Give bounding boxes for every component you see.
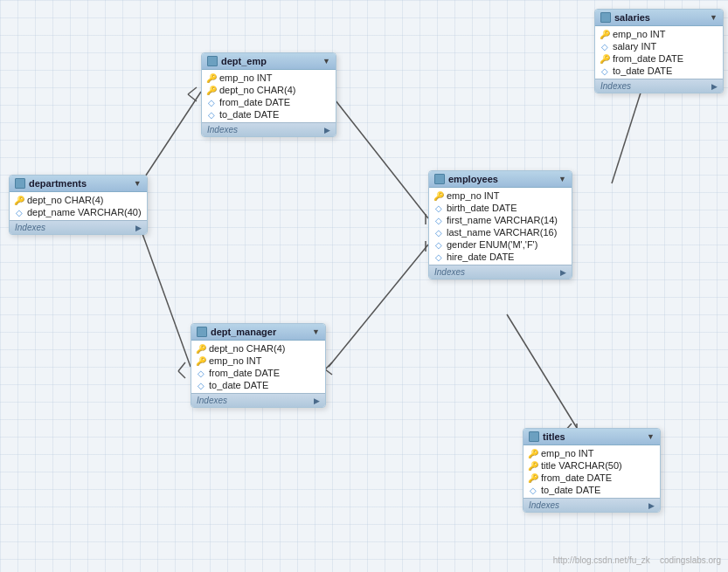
table-row: ◇ salary INT [595, 40, 723, 52]
diamond-icon: ◇ [197, 381, 205, 389]
dept-manager-header: dept_manager ▼ [191, 324, 325, 341]
field-label: gender ENUM('M','F') [447, 239, 537, 250]
table-row: ◇ last_name VARCHAR(16) [429, 226, 572, 238]
field-label: dept_no CHAR(4) [219, 85, 295, 95]
table-row: ◇ hire_date DATE [429, 251, 572, 263]
dept-emp-indexes[interactable]: Indexes ▶ [202, 122, 336, 136]
key-icon: 🔑 [600, 54, 609, 63]
diamond-icon: ◇ [207, 110, 216, 119]
indexes-expand-icon: ▶ [648, 501, 655, 510]
svg-line-2 [188, 94, 197, 101]
table-row: ◇ to_date DATE [595, 65, 723, 77]
field-label: to_date DATE [613, 65, 672, 76]
diamond-icon: ◇ [434, 252, 443, 261]
dept-manager-table[interactable]: dept_manager ▼ 🔑 dept_no CHAR(4) 🔑 emp_n… [191, 323, 326, 408]
field-label: title VARCHAR(50) [541, 460, 622, 471]
diamond-icon: ◇ [15, 208, 24, 217]
field-label: dept_no CHAR(4) [209, 343, 285, 354]
table-row: 🔑 emp_no INT [523, 447, 660, 459]
diamond-icon: ◇ [529, 486, 537, 494]
employees-body: 🔑 emp_no INT ◇ birth_date DATE ◇ first_n… [429, 188, 572, 265]
svg-line-15 [325, 369, 332, 375]
dept-manager-body: 🔑 dept_no CHAR(4) 🔑 emp_no INT ◇ from_da… [191, 341, 325, 393]
departments-icon [15, 178, 25, 189]
key-icon: 🔑 [529, 461, 537, 470]
key-icon: 🔑 [529, 449, 537, 458]
table-row: 🔑 emp_no INT [429, 190, 572, 202]
field-label: from_date DATE [541, 472, 612, 483]
canvas: dept_emp ▼ 🔑 emp_no INT 🔑 dept_no CHAR(4… [0, 0, 728, 572]
field-label: last_name VARCHAR(16) [447, 227, 557, 238]
diamond-icon: ◇ [197, 369, 205, 377]
departments-body: 🔑 dept_no CHAR(4) ◇ dept_name VARCHAR(40… [10, 192, 147, 220]
titles-body: 🔑 emp_no INT 🔑 title VARCHAR(50) 🔑 from_… [523, 445, 660, 498]
field-label: emp_no INT [209, 355, 262, 366]
field-label: emp_no INT [447, 190, 500, 201]
field-label: emp_no INT [613, 29, 666, 39]
indexes-label: Indexes [15, 223, 45, 232]
field-label: birth_date DATE [447, 203, 517, 213]
departments-table[interactable]: departments ▼ 🔑 dept_no CHAR(4) ◇ dept_n… [9, 175, 148, 235]
departments-name: departments [29, 178, 130, 189]
table-row: 🔑 dept_no CHAR(4) [202, 84, 336, 96]
table-row: 🔑 emp_no INT [202, 72, 336, 84]
key-icon: 🔑 [15, 196, 24, 204]
key-icon: 🔑 [207, 86, 216, 94]
field-label: to_date DATE [219, 109, 279, 120]
svg-line-5 [178, 362, 185, 371]
salaries-header: salaries ▼ [595, 10, 723, 26]
departments-indexes[interactable]: Indexes ▶ [10, 220, 147, 234]
diamond-icon: ◇ [600, 42, 609, 51]
field-label: from_date DATE [613, 53, 683, 64]
table-row: 🔑 title VARCHAR(50) [523, 459, 660, 472]
employees-name: employees [448, 174, 555, 184]
dept-manager-indexes[interactable]: Indexes ▶ [191, 393, 325, 407]
field-label: to_date DATE [209, 380, 268, 390]
indexes-expand-icon: ▶ [711, 82, 718, 91]
table-row: 🔑 dept_no CHAR(4) [10, 194, 147, 206]
dept-emp-table[interactable]: dept_emp ▼ 🔑 emp_no INT 🔑 dept_no CHAR(4… [201, 52, 336, 137]
indexes-expand-icon: ▶ [324, 126, 330, 134]
titles-table[interactable]: titles ▼ 🔑 emp_no INT 🔑 title VARCHAR(50… [523, 428, 661, 513]
dept-emp-arrow: ▼ [322, 57, 330, 65]
diamond-icon: ◇ [434, 216, 443, 224]
field-label: salary INT [613, 41, 656, 52]
diamond-icon: ◇ [207, 98, 216, 107]
salaries-arrow: ▼ [710, 13, 718, 22]
dept-manager-name: dept_manager [211, 327, 309, 337]
departments-arrow: ▼ [134, 179, 142, 188]
titles-name: titles [543, 431, 643, 442]
svg-line-11 [329, 245, 428, 367]
employees-table[interactable]: employees ▼ 🔑 emp_no INT ◇ birth_date DA… [428, 170, 572, 279]
salaries-icon [600, 12, 611, 23]
dept-manager-icon [197, 327, 207, 337]
table-row: 🔑 emp_no INT [595, 28, 723, 40]
diamond-icon: ◇ [434, 203, 443, 212]
salaries-table[interactable]: salaries ▼ 🔑 emp_no INT ◇ salary INT 🔑 f… [594, 9, 724, 93]
indexes-label: Indexes [197, 396, 227, 405]
salaries-indexes[interactable]: Indexes ▶ [595, 79, 723, 93]
departments-header: departments ▼ [10, 176, 147, 192]
employees-indexes[interactable]: Indexes ▶ [429, 265, 572, 279]
titles-indexes[interactable]: Indexes ▶ [523, 498, 660, 512]
field-label: from_date DATE [219, 97, 290, 107]
table-row: ◇ from_date DATE [191, 367, 325, 379]
field-label: emp_no INT [219, 72, 273, 83]
svg-line-6 [178, 371, 185, 378]
watermark: http://blog.csdn.net/fu_zk codingslabs.o… [553, 555, 721, 565]
indexes-label: Indexes [434, 267, 465, 277]
key-icon: 🔑 [434, 191, 443, 200]
dept-manager-arrow: ▼ [312, 327, 320, 336]
table-row: 🔑 dept_no CHAR(4) [191, 342, 325, 355]
table-row: ◇ first_name VARCHAR(14) [429, 214, 572, 226]
indexes-expand-icon: ▶ [135, 224, 142, 232]
salaries-body: 🔑 emp_no INT ◇ salary INT 🔑 from_date DA… [595, 26, 723, 79]
diamond-icon: ◇ [434, 240, 443, 249]
key-icon: 🔑 [207, 73, 216, 82]
indexes-expand-icon: ▶ [314, 396, 320, 405]
table-row: ◇ to_date DATE [523, 484, 660, 496]
table-row: 🔑 from_date DATE [523, 472, 660, 484]
table-row: 🔑 emp_no INT [191, 355, 325, 367]
dept-emp-header: dept_emp ▼ [202, 53, 336, 70]
dept-emp-icon [207, 56, 218, 66]
